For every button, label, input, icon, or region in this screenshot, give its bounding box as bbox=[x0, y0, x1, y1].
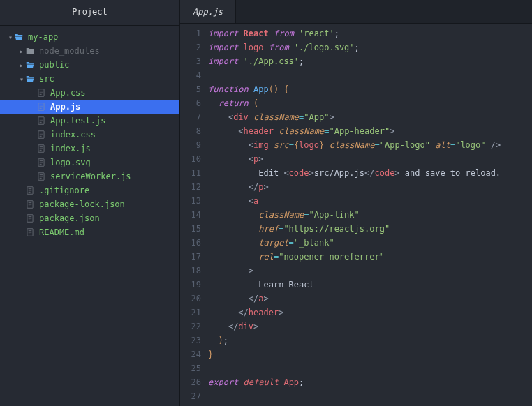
line-number: 19 bbox=[180, 278, 201, 292]
file-icon bbox=[25, 213, 35, 223]
tree-item-label: serviceWorker.js bbox=[50, 172, 131, 181]
tab-label: App.js bbox=[193, 7, 223, 17]
tree-item-label: node_modules bbox=[39, 46, 100, 56]
code-line[interactable]: export default App; bbox=[208, 375, 532, 389]
line-number: 15 bbox=[180, 222, 201, 236]
line-number: 18 bbox=[180, 264, 201, 278]
chevron-down-icon[interactable]: ▾ bbox=[7, 33, 14, 41]
code-line[interactable]: > bbox=[208, 264, 532, 278]
line-number: 12 bbox=[180, 180, 201, 194]
code-line[interactable]: import React from 'react'; bbox=[208, 27, 532, 40]
tree-item-app-test-js[interactable]: ▸App.test.js bbox=[0, 114, 179, 128]
line-number: 7 bbox=[180, 110, 201, 124]
tree-item-my-app[interactable]: ▾my-app bbox=[0, 30, 179, 44]
tree-item-label: index.css bbox=[50, 130, 96, 140]
file-icon bbox=[36, 172, 46, 181]
folder-closed-icon bbox=[25, 46, 35, 56]
line-number: 6 bbox=[180, 96, 201, 110]
line-number: 14 bbox=[180, 208, 201, 222]
code-line[interactable]: function App() { bbox=[208, 82, 532, 96]
line-number: 9 bbox=[180, 138, 201, 152]
tree-item-label: logo.svg bbox=[50, 158, 91, 167]
code-line[interactable]: <p> bbox=[208, 152, 532, 166]
line-number: 5 bbox=[180, 82, 201, 96]
code-line[interactable] bbox=[208, 361, 532, 375]
code-content[interactable]: import React from 'react';import logo fr… bbox=[208, 24, 532, 406]
tree-item-label: public bbox=[39, 60, 69, 70]
tree-item-logo-svg[interactable]: ▸logo.svg bbox=[0, 156, 179, 170]
tree-item-src[interactable]: ▾src bbox=[0, 72, 179, 86]
chevron-right-icon[interactable]: ▸ bbox=[18, 47, 25, 55]
line-number: 24 bbox=[180, 347, 201, 361]
code-line[interactable]: </div> bbox=[208, 319, 532, 333]
code-line[interactable] bbox=[208, 68, 532, 82]
file-icon bbox=[36, 88, 46, 98]
tree-item-label: src bbox=[39, 74, 54, 84]
code-line[interactable]: import logo from './logo.svg'; bbox=[208, 40, 532, 54]
code-line[interactable]: <header className="App-header"> bbox=[208, 124, 532, 138]
editor: App.js 123456789101112131415161718192021… bbox=[180, 0, 532, 406]
tree-item-package-json[interactable]: ▸package.json bbox=[0, 211, 179, 225]
line-number: 8 bbox=[180, 124, 201, 138]
tree-item-readme-md[interactable]: ▸README.md bbox=[0, 225, 179, 239]
tree-item-label: README.md bbox=[39, 227, 84, 237]
code-line[interactable]: <div className="App"> bbox=[208, 110, 532, 124]
line-number: 4 bbox=[180, 68, 201, 82]
tree-item-label: package.json bbox=[39, 213, 100, 223]
file-icon bbox=[36, 130, 46, 140]
code-line[interactable]: ); bbox=[208, 333, 532, 347]
code-line[interactable]: target="_blank" bbox=[208, 236, 532, 250]
code-line[interactable]: return ( bbox=[208, 96, 532, 110]
line-number: 16 bbox=[180, 236, 201, 250]
code-line[interactable]: import './App.css'; bbox=[208, 54, 532, 68]
file-icon bbox=[36, 116, 46, 126]
tree-item-app-js[interactable]: ▸App.js bbox=[0, 100, 179, 114]
folder-open-icon bbox=[14, 32, 24, 42]
code-line[interactable]: className="App-link" bbox=[208, 208, 532, 222]
tree-item-label: App.test.js bbox=[50, 116, 105, 126]
folder-open-icon bbox=[25, 60, 35, 70]
code-line[interactable]: <a bbox=[208, 194, 532, 208]
line-number: 17 bbox=[180, 250, 201, 264]
tree-item-label: App.css bbox=[50, 88, 86, 98]
code-line[interactable]: </p> bbox=[208, 180, 532, 194]
line-number: 2 bbox=[180, 40, 201, 54]
tree-item-label: index.js bbox=[50, 144, 91, 153]
code-line[interactable]: Learn React bbox=[208, 278, 532, 292]
line-number: 26 bbox=[180, 375, 201, 389]
code-area[interactable]: 1234567891011121314151617181920212223242… bbox=[180, 24, 532, 406]
tree-item-package-lock-json[interactable]: ▸package-lock.json bbox=[0, 197, 179, 211]
code-line[interactable] bbox=[208, 389, 532, 403]
code-line[interactable]: </header> bbox=[208, 306, 532, 319]
line-number: 11 bbox=[180, 166, 201, 180]
file-icon bbox=[25, 227, 35, 237]
code-line[interactable]: <img src={logo} className="App-logo" alt… bbox=[208, 138, 532, 152]
tree-item-public[interactable]: ▸public bbox=[0, 58, 179, 72]
sidebar: Project ▾my-app▸node_modules▸public▾src▸… bbox=[0, 0, 180, 406]
code-line[interactable]: </a> bbox=[208, 292, 532, 306]
tree-item-label: package-lock.json bbox=[39, 200, 125, 209]
tree-item-label: my-app bbox=[28, 32, 58, 42]
tree-item-serviceworker-js[interactable]: ▸serviceWorker.js bbox=[0, 170, 179, 183]
line-number: 13 bbox=[180, 194, 201, 208]
line-number: 27 bbox=[180, 389, 201, 403]
line-number: 25 bbox=[180, 361, 201, 375]
code-line[interactable]: href="https://reactjs.org" bbox=[208, 222, 532, 236]
line-gutter: 1234567891011121314151617181920212223242… bbox=[180, 24, 208, 406]
tree-item-app-css[interactable]: ▸App.css bbox=[0, 86, 179, 100]
tree-item-label: .gitignore bbox=[39, 186, 89, 195]
tree-item-node-modules[interactable]: ▸node_modules bbox=[0, 44, 179, 58]
file-icon bbox=[25, 186, 35, 195]
chevron-down-icon[interactable]: ▾ bbox=[18, 75, 25, 83]
tree-item-index-js[interactable]: ▸index.js bbox=[0, 142, 179, 156]
tab-appjs[interactable]: App.js bbox=[180, 0, 236, 23]
code-line[interactable]: Edit <code>src/App.js</code> and save to… bbox=[208, 166, 532, 180]
chevron-right-icon[interactable]: ▸ bbox=[18, 61, 25, 69]
line-number: 1 bbox=[180, 27, 201, 40]
code-line[interactable]: } bbox=[208, 347, 532, 361]
tree-item-index-css[interactable]: ▸index.css bbox=[0, 128, 179, 142]
tree-item--gitignore[interactable]: ▸.gitignore bbox=[0, 183, 179, 197]
code-line[interactable]: rel="noopener noreferrer" bbox=[208, 250, 532, 264]
file-icon bbox=[36, 158, 46, 167]
line-number: 21 bbox=[180, 306, 201, 319]
